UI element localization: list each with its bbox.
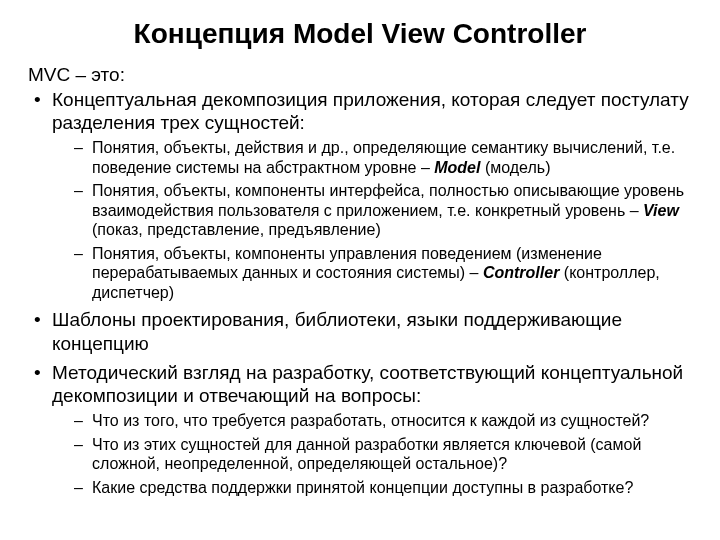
slide: Концепция Model View Controller MVC – эт… <box>0 0 720 540</box>
sub-item: Что из этих сущностей для данной разрабо… <box>72 435 692 474</box>
bullet-text: Шаблоны проектирования, библиотеки, язык… <box>52 309 622 353</box>
sub-item: Какие средства поддержки принятой концеп… <box>72 478 692 498</box>
sub-text-pre: Понятия, объекты, действия и др., опреде… <box>92 139 675 176</box>
sub-text-em: View <box>643 202 679 219</box>
sub-item: Что из того, что требуется разработать, … <box>72 411 692 431</box>
sub-list: Понятия, объекты, действия и др., опреде… <box>72 138 692 302</box>
sub-text-em: Model <box>434 159 480 176</box>
bullet-text: Методический взгляд на разработку, соотв… <box>52 362 683 406</box>
bullet-item: Шаблоны проектирования, библиотеки, язык… <box>28 308 692 354</box>
sub-text-post: (показ, представление, предъявление) <box>92 221 381 238</box>
bullet-list: Концептуальная декомпозиция приложения, … <box>28 88 692 497</box>
sub-item: Понятия, объекты, компоненты управления … <box>72 244 692 303</box>
sub-text-pre: Понятия, объекты, компоненты интерфейса,… <box>92 182 684 219</box>
sub-text-pre: Что из того, что требуется разработать, … <box>92 412 649 429</box>
bullet-item: Концептуальная декомпозиция приложения, … <box>28 88 692 302</box>
sub-item: Понятия, объекты, компоненты интерфейса,… <box>72 181 692 240</box>
sub-item: Понятия, объекты, действия и др., опреде… <box>72 138 692 177</box>
sub-text-em: Controller <box>483 264 559 281</box>
sub-list: Что из того, что требуется разработать, … <box>72 411 692 497</box>
slide-title: Концепция Model View Controller <box>28 18 692 50</box>
bullet-text: Концептуальная декомпозиция приложения, … <box>52 89 689 133</box>
sub-text-pre: Что из этих сущностей для данной разрабо… <box>92 436 641 473</box>
intro-line: MVC – это: <box>28 64 692 86</box>
bullet-item: Методический взгляд на разработку, соотв… <box>28 361 692 497</box>
sub-text-pre: Какие средства поддержки принятой концеп… <box>92 479 633 496</box>
sub-text-post: (модель) <box>480 159 550 176</box>
